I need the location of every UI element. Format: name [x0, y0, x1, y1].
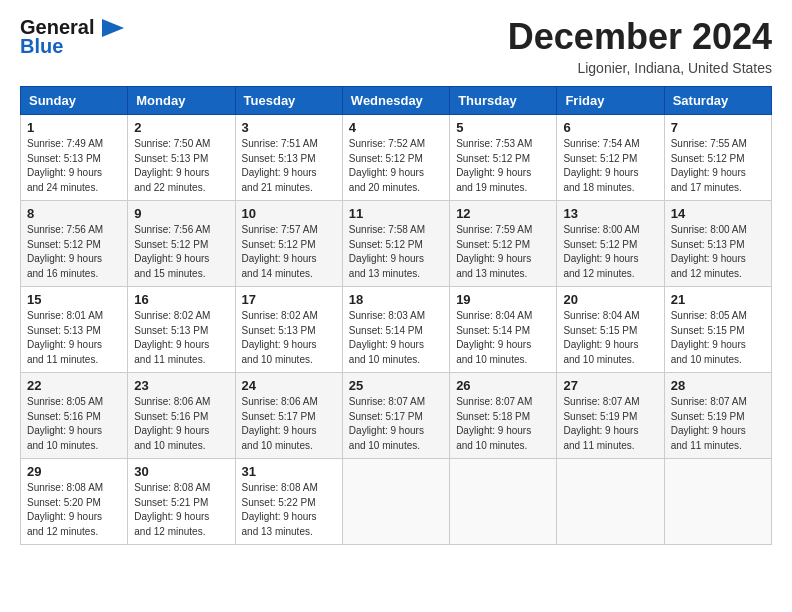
calendar-cell [557, 459, 664, 545]
day-info: Sunrise: 7:58 AMSunset: 5:12 PMDaylight:… [349, 224, 425, 279]
calendar-cell: 27Sunrise: 8:07 AMSunset: 5:19 PMDayligh… [557, 373, 664, 459]
logo: General Blue [20, 16, 126, 58]
calendar-cell: 31Sunrise: 8:08 AMSunset: 5:22 PMDayligh… [235, 459, 342, 545]
day-number: 4 [349, 120, 443, 135]
day-info: Sunrise: 8:00 AMSunset: 5:13 PMDaylight:… [671, 224, 747, 279]
calendar-header-row: SundayMondayTuesdayWednesdayThursdayFrid… [21, 87, 772, 115]
day-info: Sunrise: 7:54 AMSunset: 5:12 PMDaylight:… [563, 138, 639, 193]
calendar-cell: 12Sunrise: 7:59 AMSunset: 5:12 PMDayligh… [450, 201, 557, 287]
calendar-cell [450, 459, 557, 545]
day-number: 14 [671, 206, 765, 221]
day-number: 28 [671, 378, 765, 393]
day-number: 30 [134, 464, 228, 479]
location: Ligonier, Indiana, United States [508, 60, 772, 76]
day-number: 22 [27, 378, 121, 393]
day-info: Sunrise: 8:04 AMSunset: 5:14 PMDaylight:… [456, 310, 532, 365]
day-number: 5 [456, 120, 550, 135]
calendar-cell: 17Sunrise: 8:02 AMSunset: 5:13 PMDayligh… [235, 287, 342, 373]
day-number: 10 [242, 206, 336, 221]
day-header-sunday: Sunday [21, 87, 128, 115]
calendar-cell: 7Sunrise: 7:55 AMSunset: 5:12 PMDaylight… [664, 115, 771, 201]
day-info: Sunrise: 7:53 AMSunset: 5:12 PMDaylight:… [456, 138, 532, 193]
calendar-week-2: 8Sunrise: 7:56 AMSunset: 5:12 PMDaylight… [21, 201, 772, 287]
day-number: 19 [456, 292, 550, 307]
day-number: 23 [134, 378, 228, 393]
day-header-monday: Monday [128, 87, 235, 115]
day-info: Sunrise: 8:02 AMSunset: 5:13 PMDaylight:… [242, 310, 318, 365]
calendar-cell: 2Sunrise: 7:50 AMSunset: 5:13 PMDaylight… [128, 115, 235, 201]
day-number: 7 [671, 120, 765, 135]
day-info: Sunrise: 8:04 AMSunset: 5:15 PMDaylight:… [563, 310, 639, 365]
day-header-wednesday: Wednesday [342, 87, 449, 115]
calendar-cell: 4Sunrise: 7:52 AMSunset: 5:12 PMDaylight… [342, 115, 449, 201]
calendar-week-3: 15Sunrise: 8:01 AMSunset: 5:13 PMDayligh… [21, 287, 772, 373]
calendar-cell: 16Sunrise: 8:02 AMSunset: 5:13 PMDayligh… [128, 287, 235, 373]
day-number: 20 [563, 292, 657, 307]
day-header-tuesday: Tuesday [235, 87, 342, 115]
day-number: 15 [27, 292, 121, 307]
day-info: Sunrise: 7:56 AMSunset: 5:12 PMDaylight:… [134, 224, 210, 279]
day-number: 2 [134, 120, 228, 135]
day-info: Sunrise: 7:56 AMSunset: 5:12 PMDaylight:… [27, 224, 103, 279]
calendar-cell: 28Sunrise: 8:07 AMSunset: 5:19 PMDayligh… [664, 373, 771, 459]
calendar-cell: 25Sunrise: 8:07 AMSunset: 5:17 PMDayligh… [342, 373, 449, 459]
calendar-cell [664, 459, 771, 545]
calendar-cell: 23Sunrise: 8:06 AMSunset: 5:16 PMDayligh… [128, 373, 235, 459]
day-number: 16 [134, 292, 228, 307]
day-info: Sunrise: 8:00 AMSunset: 5:12 PMDaylight:… [563, 224, 639, 279]
day-number: 31 [242, 464, 336, 479]
day-info: Sunrise: 8:08 AMSunset: 5:22 PMDaylight:… [242, 482, 318, 537]
day-number: 29 [27, 464, 121, 479]
calendar-cell: 14Sunrise: 8:00 AMSunset: 5:13 PMDayligh… [664, 201, 771, 287]
title-area: December 2024 Ligonier, Indiana, United … [508, 16, 772, 76]
svg-marker-0 [102, 19, 124, 37]
calendar-cell: 3Sunrise: 7:51 AMSunset: 5:13 PMDaylight… [235, 115, 342, 201]
calendar-cell [342, 459, 449, 545]
day-info: Sunrise: 8:06 AMSunset: 5:17 PMDaylight:… [242, 396, 318, 451]
day-info: Sunrise: 7:55 AMSunset: 5:12 PMDaylight:… [671, 138, 747, 193]
calendar-week-5: 29Sunrise: 8:08 AMSunset: 5:20 PMDayligh… [21, 459, 772, 545]
month-title: December 2024 [508, 16, 772, 58]
day-number: 17 [242, 292, 336, 307]
logo-icon [98, 17, 126, 39]
calendar-cell: 5Sunrise: 7:53 AMSunset: 5:12 PMDaylight… [450, 115, 557, 201]
calendar-cell: 19Sunrise: 8:04 AMSunset: 5:14 PMDayligh… [450, 287, 557, 373]
calendar-cell: 10Sunrise: 7:57 AMSunset: 5:12 PMDayligh… [235, 201, 342, 287]
day-number: 12 [456, 206, 550, 221]
day-number: 11 [349, 206, 443, 221]
calendar-cell: 9Sunrise: 7:56 AMSunset: 5:12 PMDaylight… [128, 201, 235, 287]
day-number: 8 [27, 206, 121, 221]
calendar-cell: 30Sunrise: 8:08 AMSunset: 5:21 PMDayligh… [128, 459, 235, 545]
calendar-table: SundayMondayTuesdayWednesdayThursdayFrid… [20, 86, 772, 545]
calendar-cell: 26Sunrise: 8:07 AMSunset: 5:18 PMDayligh… [450, 373, 557, 459]
day-info: Sunrise: 8:07 AMSunset: 5:17 PMDaylight:… [349, 396, 425, 451]
day-number: 18 [349, 292, 443, 307]
day-number: 27 [563, 378, 657, 393]
day-info: Sunrise: 8:05 AMSunset: 5:15 PMDaylight:… [671, 310, 747, 365]
day-info: Sunrise: 7:57 AMSunset: 5:12 PMDaylight:… [242, 224, 318, 279]
day-info: Sunrise: 8:01 AMSunset: 5:13 PMDaylight:… [27, 310, 103, 365]
calendar-week-1: 1Sunrise: 7:49 AMSunset: 5:13 PMDaylight… [21, 115, 772, 201]
day-number: 25 [349, 378, 443, 393]
calendar-body: 1Sunrise: 7:49 AMSunset: 5:13 PMDaylight… [21, 115, 772, 545]
day-info: Sunrise: 7:52 AMSunset: 5:12 PMDaylight:… [349, 138, 425, 193]
day-number: 26 [456, 378, 550, 393]
day-info: Sunrise: 8:08 AMSunset: 5:21 PMDaylight:… [134, 482, 210, 537]
calendar-week-4: 22Sunrise: 8:05 AMSunset: 5:16 PMDayligh… [21, 373, 772, 459]
day-number: 3 [242, 120, 336, 135]
calendar-cell: 1Sunrise: 7:49 AMSunset: 5:13 PMDaylight… [21, 115, 128, 201]
day-info: Sunrise: 7:49 AMSunset: 5:13 PMDaylight:… [27, 138, 103, 193]
day-info: Sunrise: 7:59 AMSunset: 5:12 PMDaylight:… [456, 224, 532, 279]
day-number: 21 [671, 292, 765, 307]
calendar-cell: 20Sunrise: 8:04 AMSunset: 5:15 PMDayligh… [557, 287, 664, 373]
day-info: Sunrise: 8:06 AMSunset: 5:16 PMDaylight:… [134, 396, 210, 451]
calendar-cell: 8Sunrise: 7:56 AMSunset: 5:12 PMDaylight… [21, 201, 128, 287]
calendar-cell: 29Sunrise: 8:08 AMSunset: 5:20 PMDayligh… [21, 459, 128, 545]
calendar-cell: 18Sunrise: 8:03 AMSunset: 5:14 PMDayligh… [342, 287, 449, 373]
logo-text-blue: Blue [20, 35, 63, 58]
calendar-cell: 24Sunrise: 8:06 AMSunset: 5:17 PMDayligh… [235, 373, 342, 459]
page-header: General Blue December 2024 Ligonier, Ind… [20, 16, 772, 76]
day-info: Sunrise: 8:05 AMSunset: 5:16 PMDaylight:… [27, 396, 103, 451]
day-header-saturday: Saturday [664, 87, 771, 115]
day-number: 9 [134, 206, 228, 221]
